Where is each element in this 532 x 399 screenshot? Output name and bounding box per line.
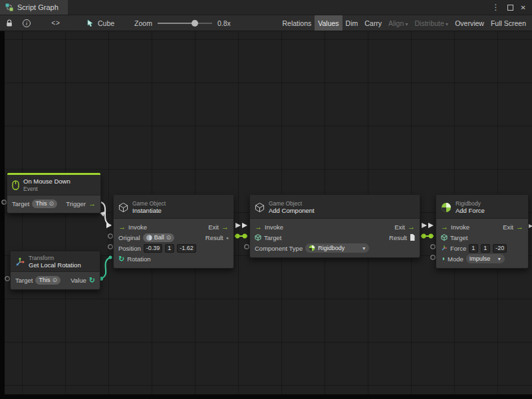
node-instantiate[interactable]: Game Object Instantiate Invoke Exit Orig… (113, 194, 234, 269)
force-y-field[interactable]: 1 (481, 244, 490, 253)
overview-button[interactable]: Overview (452, 15, 487, 31)
port-row: Target This Trigger (12, 198, 96, 209)
node-header[interactable]: Rigidbody Add Force (436, 195, 528, 219)
node-titles: On Mouse Down Event (23, 178, 70, 192)
object-picker-icon[interactable] (49, 201, 54, 207)
trigger-flow-port-icon[interactable] (88, 200, 96, 207)
node-body: Target This Value (11, 272, 100, 289)
quaternion-port-icon[interactable] (89, 277, 95, 284)
trigger-port-label: Trigger (66, 200, 86, 207)
window-controls (492, 0, 532, 15)
mode-port-label: Mode (448, 255, 464, 263)
node-header[interactable]: Game Object Add Component (250, 195, 420, 219)
info-button[interactable] (20, 15, 33, 31)
info-icon (23, 19, 31, 27)
exit-port-label: Exit (503, 223, 513, 231)
lock-icon[interactable] (3, 15, 16, 31)
rotation-port-icon[interactable] (118, 255, 124, 263)
input-port[interactable] (108, 245, 112, 249)
target-port-label: Target (12, 200, 29, 207)
position-y-field[interactable]: 1 (165, 244, 174, 253)
port-row: Invoke Exit (255, 221, 415, 232)
position-z-field[interactable]: -1.62 (177, 244, 196, 253)
chip-label: This (35, 200, 47, 207)
exit-flow-port-icon[interactable] (408, 223, 415, 231)
position-x-field[interactable]: -0.39 (144, 244, 163, 253)
invoke-flow-port-icon[interactable] (441, 223, 448, 231)
port-row: Position -0.39 1 -1.62 (118, 243, 229, 253)
input-port[interactable] (431, 245, 435, 249)
gameobject-port-icon[interactable] (441, 234, 448, 241)
zoom-slider-handle[interactable] (192, 20, 198, 27)
target-port-label: Target (450, 234, 467, 241)
maximize-icon[interactable] (507, 5, 513, 11)
force-x-field[interactable]: 1 (469, 244, 478, 253)
object-port-dot[interactable] (235, 234, 240, 239)
script-graph-icon (5, 3, 13, 11)
component-type-dropdown[interactable]: Rigidbody (305, 243, 369, 253)
gameobject-port-icon[interactable] (255, 234, 261, 241)
flow-connection-arrow[interactable] (428, 223, 434, 228)
close-icon[interactable] (521, 3, 526, 11)
node-titles: Rigidbody Add Force (456, 200, 485, 214)
flow-connection-arrow[interactable] (422, 223, 427, 228)
exit-flow-port-icon[interactable] (516, 223, 523, 231)
port-row: Invoke Exit (118, 221, 229, 232)
node-titles: Transform Get Local Rotation (29, 255, 81, 269)
game-object-cube-icon (118, 202, 128, 213)
tab-title: Script Graph (17, 3, 59, 11)
zoom-slider[interactable] (158, 19, 212, 27)
result-port-label: Result (389, 234, 407, 241)
object-picker-icon[interactable] (166, 235, 172, 241)
node-on-mouse-down[interactable]: On Mouse Down Event Target This Trigger (7, 172, 101, 213)
mode-dropdown[interactable]: Impulse (466, 254, 505, 263)
flow-connection-arrow[interactable] (242, 223, 247, 228)
relations-button[interactable]: Relations (279, 15, 315, 31)
input-port[interactable] (5, 277, 9, 281)
object-port-dot[interactable] (429, 234, 434, 239)
exit-flow-port-icon[interactable] (221, 223, 229, 231)
result-port-icon[interactable] (226, 235, 229, 240)
graph-reference[interactable]: Cube (86, 19, 114, 27)
input-port[interactable] (431, 255, 435, 259)
connection-trigger-to-invoke[interactable] (101, 202, 111, 225)
edit-graph-icon[interactable] (49, 15, 63, 31)
enum-port-icon[interactable] (441, 255, 445, 262)
node-header[interactable]: Game Object Instantiate (114, 195, 233, 219)
exit-port-label: Exit (394, 223, 405, 231)
target-object-chip[interactable]: This (35, 276, 61, 285)
object-port-dot[interactable] (243, 234, 247, 239)
connection-value-to-rotation[interactable] (100, 257, 110, 279)
flow-connection-arrow[interactable] (235, 223, 241, 228)
position-port-label: Position (118, 245, 141, 252)
original-object-chip[interactable]: Ball (143, 233, 175, 242)
node-header[interactable]: Transform Get Local Rotation (11, 251, 100, 272)
object-port-dot[interactable] (422, 234, 426, 239)
input-port[interactable] (108, 234, 112, 238)
node-title: Add Force (456, 207, 485, 214)
node-add-component[interactable]: Game Object Add Component Invoke Exit Ta… (249, 194, 420, 258)
node-get-local-rotation[interactable]: Transform Get Local Rotation Target This… (10, 251, 100, 290)
component-document-icon[interactable] (410, 234, 415, 241)
node-add-force[interactable]: Rigidbody Add Force Invoke Exit Target (436, 194, 529, 269)
invoke-flow-port-icon[interactable] (118, 223, 126, 231)
dim-button[interactable]: Dim (342, 15, 362, 31)
invoke-flow-port-icon[interactable] (255, 223, 262, 231)
vector3-port-icon[interactable] (441, 245, 448, 251)
values-button[interactable]: Values (315, 15, 342, 31)
node-header[interactable]: On Mouse Down Event (7, 175, 100, 196)
tab-script-graph[interactable]: Script Graph (0, 0, 68, 15)
window-menu-icon[interactable] (492, 3, 500, 11)
value-port-dot[interactable] (109, 256, 112, 259)
node-body: Invoke Exit Original Ball Resul (114, 219, 233, 268)
node-category: Game Object (269, 200, 315, 207)
original-port-label: Original (118, 234, 140, 241)
result-port-label: Result (205, 234, 223, 241)
input-port[interactable] (245, 245, 249, 249)
object-picker-icon[interactable] (52, 277, 57, 283)
target-object-chip[interactable]: This (32, 200, 57, 208)
fullscreen-button[interactable]: Full Screen (487, 15, 529, 31)
graph-canvas[interactable]: On Mouse Down Event Target This Trigger (0, 31, 532, 399)
force-z-field[interactable]: -20 (493, 244, 507, 253)
carry-button[interactable]: Carry (361, 15, 385, 31)
